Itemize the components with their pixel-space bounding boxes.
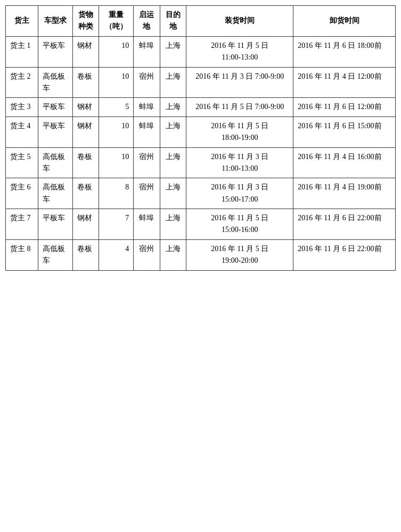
col-header-goodstype: 货物种类: [72, 6, 99, 37]
table-row: 货主 1平板车钢材10蚌埠上海2016 年 11 月 5 日11:00-13:0…: [6, 36, 396, 67]
cell-origin: 宿州: [134, 147, 160, 178]
table-row: 货主 6高低板车卷板8宿州上海2016 年 11 月 3 日15:00-17:0…: [6, 178, 396, 209]
cell-goodstype: 卷板: [72, 147, 99, 178]
table-row: 货主 7平板车钢材7蚌埠上海2016 年 11 月 5 日15:00-16:00…: [6, 209, 396, 240]
cell-shipper: 货主 1: [6, 36, 38, 67]
cell-loadtime: 2016 年 11 月 5 日18:00-19:00: [186, 117, 293, 147]
col-header-unloadtime: 卸货时间: [293, 6, 396, 37]
cell-shipper: 货主 4: [6, 117, 38, 147]
cell-weight: 5: [99, 98, 134, 117]
col-header-shipper: 货主: [6, 6, 38, 37]
cell-dest: 上海: [160, 67, 186, 98]
table-row: 货主 5高低板车卷板10宿州上海2016 年 11 月 3 日11:00-13:…: [6, 147, 396, 178]
cell-shipper: 货主 8: [6, 239, 38, 270]
cell-origin: 宿州: [134, 178, 160, 209]
cell-loadtime: 2016 年 11 月 5 日15:00-16:00: [186, 209, 293, 240]
cell-dest: 上海: [160, 178, 186, 209]
col-header-dest: 目的地: [160, 6, 186, 37]
cell-unloadtime: 2016 年 11 月 6 日 18:00前: [293, 36, 396, 67]
cell-goodstype: 钢材: [72, 98, 99, 117]
col-header-weight: 重量（吨）: [99, 6, 134, 37]
cell-loadtime: 2016 年 11 月 5 日11:00-13:00: [186, 36, 293, 67]
cell-origin: 蚌埠: [134, 209, 160, 240]
cell-unloadtime: 2016 年 11 月 6 日 22:00前: [293, 239, 396, 270]
cell-origin: 蚌埠: [134, 36, 160, 67]
cell-goodstype: 卷板: [72, 67, 99, 98]
col-header-origin: 启运地: [134, 6, 160, 37]
cell-weight: 4: [99, 239, 134, 270]
cell-loadtime: 2016 年 11 月 5 日 7:00-9:00: [186, 98, 293, 117]
cell-unloadtime: 2016 年 11 月 4 日 12:00前: [293, 67, 396, 98]
cell-dest: 上海: [160, 36, 186, 67]
cell-dest: 上海: [160, 98, 186, 117]
cell-trucktype: 平板车: [38, 36, 73, 67]
cell-origin: 宿州: [134, 67, 160, 98]
cell-unloadtime: 2016 年 11 月 4 日 19:00前: [293, 178, 396, 209]
cell-dest: 上海: [160, 147, 186, 178]
col-header-trucktype: 车型求: [38, 6, 73, 37]
cell-shipper: 货主 5: [6, 147, 38, 178]
table-row: 货主 3平板车钢材5蚌埠上海2016 年 11 月 5 日 7:00-9:002…: [6, 98, 396, 117]
cell-trucktype: 高低板车: [38, 239, 73, 270]
cell-loadtime: 2016 年 11 月 5 日19:00-20:00: [186, 239, 293, 270]
cell-goodstype: 卷板: [72, 239, 99, 270]
table-row: 货主 8高低板车卷板4宿州上海2016 年 11 月 5 日19:00-20:0…: [6, 239, 396, 270]
cell-weight: 10: [99, 147, 134, 178]
cell-trucktype: 高低板车: [38, 178, 73, 209]
cell-trucktype: 平板车: [38, 209, 73, 240]
cell-dest: 上海: [160, 239, 186, 270]
cell-trucktype: 平板车: [38, 98, 73, 117]
cell-unloadtime: 2016 年 11 月 6 日 15:00前: [293, 117, 396, 147]
cell-weight: 8: [99, 178, 134, 209]
table-header-row: 货主 车型求 货物种类 重量（吨） 启运地 目的地 装货时间 卸货时间: [6, 6, 396, 37]
cell-loadtime: 2016 年 11 月 3 日11:00-13:00: [186, 147, 293, 178]
cell-dest: 上海: [160, 209, 186, 240]
cell-goodstype: 钢材: [72, 209, 99, 240]
cargo-table: 货主 车型求 货物种类 重量（吨） 启运地 目的地 装货时间 卸货时间 货主 1…: [5, 5, 396, 271]
cell-origin: 蚌埠: [134, 117, 160, 147]
cell-weight: 10: [99, 117, 134, 147]
cell-origin: 宿州: [134, 239, 160, 270]
cell-weight: 7: [99, 209, 134, 240]
table-row: 货主 4平板车钢材10蚌埠上海2016 年 11 月 5 日18:00-19:0…: [6, 117, 396, 147]
cell-trucktype: 高低板车: [38, 67, 73, 98]
cell-dest: 上海: [160, 117, 186, 147]
cell-trucktype: 平板车: [38, 117, 73, 147]
cell-origin: 蚌埠: [134, 98, 160, 117]
cell-unloadtime: 2016 年 11 月 4 日 16:00前: [293, 147, 396, 178]
cell-shipper: 货主 6: [6, 178, 38, 209]
cell-goodstype: 卷板: [72, 178, 99, 209]
cell-trucktype: 高低板车: [38, 147, 73, 178]
cell-goodstype: 钢材: [72, 117, 99, 147]
col-header-loadtime: 装货时间: [186, 6, 293, 37]
cell-loadtime: 2016 年 11 月 3 日 7:00-9:00: [186, 67, 293, 98]
cell-shipper: 货主 7: [6, 209, 38, 240]
cell-loadtime: 2016 年 11 月 3 日15:00-17:00: [186, 178, 293, 209]
cell-shipper: 货主 2: [6, 67, 38, 98]
cell-weight: 10: [99, 36, 134, 67]
table-row: 货主 2高低板车卷板10宿州上海2016 年 11 月 3 日 7:00-9:0…: [6, 67, 396, 98]
cell-shipper: 货主 3: [6, 98, 38, 117]
cell-weight: 10: [99, 67, 134, 98]
cell-unloadtime: 2016 年 11 月 6 日 22:00前: [293, 209, 396, 240]
cell-unloadtime: 2016 年 11 月 6 日 12:00前: [293, 98, 396, 117]
cell-goodstype: 钢材: [72, 36, 99, 67]
